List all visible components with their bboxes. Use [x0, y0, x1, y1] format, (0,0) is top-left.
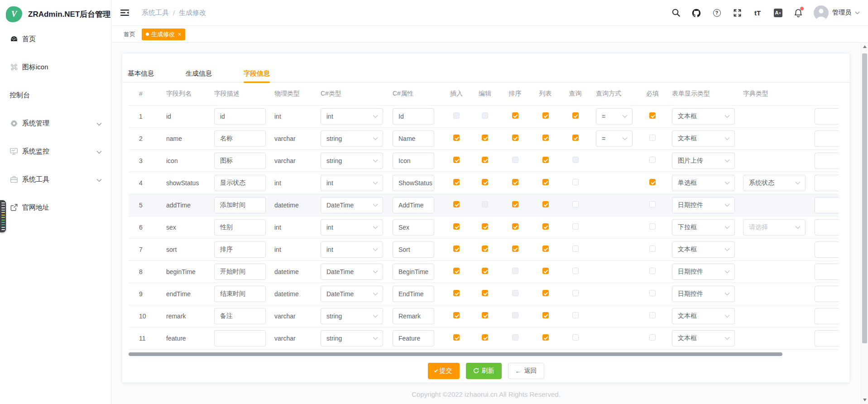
description-input[interactable]: 结束时间: [214, 286, 266, 302]
form-type-select[interactable]: 文本框: [672, 308, 735, 324]
list-checkbox[interactable]: [542, 268, 549, 274]
sort-checkbox[interactable]: [512, 290, 518, 296]
cs-property-input[interactable]: Id: [393, 108, 434, 125]
edit-checkbox[interactable]: [482, 312, 488, 318]
sort-checkbox[interactable]: [512, 312, 518, 318]
form-type-select[interactable]: 单选框: [672, 175, 735, 191]
sort-checkbox[interactable]: [512, 334, 518, 341]
edit-checkbox[interactable]: [482, 135, 488, 141]
notification-icon[interactable]: [793, 8, 803, 18]
query-checkbox[interactable]: [572, 201, 579, 207]
cs-property-input[interactable]: Sort: [393, 241, 434, 258]
tab-gen-info[interactable]: 生成信息: [186, 65, 212, 82]
fullscreen-icon[interactable]: [732, 8, 742, 18]
edit-checkbox[interactable]: [482, 334, 488, 341]
scroll-down-arrow-icon[interactable]: [863, 399, 867, 401]
description-input[interactable]: 开始时间: [214, 264, 266, 280]
list-checkbox[interactable]: [542, 157, 549, 163]
cs-type-select[interactable]: DateTime: [321, 264, 383, 280]
cs-property-input[interactable]: Sex: [393, 219, 434, 236]
extra-input[interactable]: [815, 219, 839, 236]
scroll-up-arrow-icon[interactable]: [863, 45, 867, 48]
translate-icon[interactable]: Ax: [773, 8, 783, 18]
cs-property-input[interactable]: Name: [393, 130, 434, 147]
edit-checkbox[interactable]: [482, 268, 488, 274]
extra-input[interactable]: [815, 130, 839, 147]
extra-input[interactable]: [815, 108, 839, 125]
extra-input[interactable]: [815, 175, 839, 191]
insert-checkbox[interactable]: [453, 312, 460, 318]
description-input[interactable]: 排序: [214, 241, 266, 258]
cs-type-select[interactable]: string: [321, 153, 383, 169]
dict-type-select[interactable]: 请选择: [743, 219, 806, 236]
query-checkbox[interactable]: [572, 334, 579, 341]
dict-type-select[interactable]: 系统状态: [743, 175, 806, 191]
query-checkbox[interactable]: [572, 112, 579, 119]
extra-input[interactable]: [815, 308, 839, 324]
tag-close-icon[interactable]: ×: [178, 31, 181, 38]
help-icon[interactable]: ?: [712, 8, 722, 18]
cs-type-select[interactable]: int: [321, 108, 383, 125]
description-input[interactable]: 名称: [214, 130, 266, 147]
required-checkbox[interactable]: [649, 201, 656, 207]
sort-checkbox[interactable]: [512, 112, 518, 119]
cs-type-select[interactable]: DateTime: [321, 197, 383, 213]
cs-property-input[interactable]: Remark: [393, 308, 434, 324]
cs-type-select[interactable]: int: [321, 241, 383, 258]
sort-checkbox[interactable]: [512, 179, 518, 185]
form-type-select[interactable]: 文本框: [672, 108, 735, 125]
sort-checkbox[interactable]: [512, 245, 518, 252]
cs-property-input[interactable]: Feature: [393, 330, 434, 346]
user-menu[interactable]: 管理员: [814, 5, 860, 20]
edit-checkbox[interactable]: [482, 290, 488, 296]
query-checkbox[interactable]: [572, 179, 579, 185]
cs-type-select[interactable]: int: [321, 175, 383, 191]
cs-type-select[interactable]: string: [321, 130, 383, 147]
insert-checkbox[interactable]: [453, 179, 460, 185]
extra-input[interactable]: [815, 286, 839, 302]
insert-checkbox[interactable]: [453, 223, 460, 230]
cs-property-input[interactable]: ShowStatus: [393, 175, 434, 191]
edit-checkbox[interactable]: [482, 179, 488, 185]
required-checkbox[interactable]: [649, 290, 656, 296]
cs-type-select[interactable]: DateTime: [321, 286, 383, 302]
list-checkbox[interactable]: [542, 334, 549, 341]
description-input[interactable]: 添加时间: [214, 197, 266, 213]
tab-basic-info[interactable]: 基本信息: [128, 65, 154, 82]
insert-checkbox[interactable]: [453, 157, 460, 163]
extra-input[interactable]: [815, 330, 839, 346]
edit-checkbox[interactable]: [482, 157, 488, 163]
sort-checkbox[interactable]: [512, 201, 518, 207]
form-type-select[interactable]: 日期控件: [672, 197, 735, 213]
query-mode-select[interactable]: =: [596, 108, 633, 125]
required-checkbox[interactable]: [649, 312, 656, 318]
insert-checkbox[interactable]: [453, 334, 460, 341]
cs-type-select[interactable]: int: [321, 219, 383, 236]
description-input[interactable]: 性别: [214, 219, 266, 236]
cs-property-input[interactable]: Icon: [393, 153, 434, 169]
required-checkbox[interactable]: [649, 135, 656, 141]
form-type-select[interactable]: 文本框: [672, 330, 735, 346]
cs-type-select[interactable]: string: [321, 308, 383, 324]
edit-checkbox[interactable]: [482, 245, 488, 252]
query-mode-select[interactable]: =: [596, 130, 633, 147]
sidebar-item-monitor[interactable]: 系统监控: [0, 137, 111, 165]
form-type-select[interactable]: 日期控件: [672, 264, 735, 280]
cs-type-select[interactable]: string: [321, 330, 383, 346]
extra-input[interactable]: [815, 241, 839, 258]
description-input[interactable]: 备注: [214, 308, 266, 324]
list-checkbox[interactable]: [542, 112, 549, 119]
sidebar-item-gear[interactable]: 系统管理: [0, 109, 111, 137]
edit-checkbox[interactable]: [482, 112, 488, 119]
github-icon[interactable]: [691, 8, 701, 18]
breadcrumb-item[interactable]: 系统工具: [142, 9, 169, 17]
tag-home[interactable]: 首页: [124, 30, 135, 38]
list-checkbox[interactable]: [542, 201, 549, 207]
sidebar-collapse-icon[interactable]: [120, 9, 129, 16]
insert-checkbox[interactable]: [453, 268, 460, 274]
edit-checkbox[interactable]: [482, 201, 488, 207]
sidebar-item-command[interactable]: 图标icon: [0, 53, 111, 81]
list-checkbox[interactable]: [542, 135, 549, 141]
font-size-icon[interactable]: tT: [753, 8, 762, 18]
cs-property-input[interactable]: BeginTime: [393, 264, 434, 280]
